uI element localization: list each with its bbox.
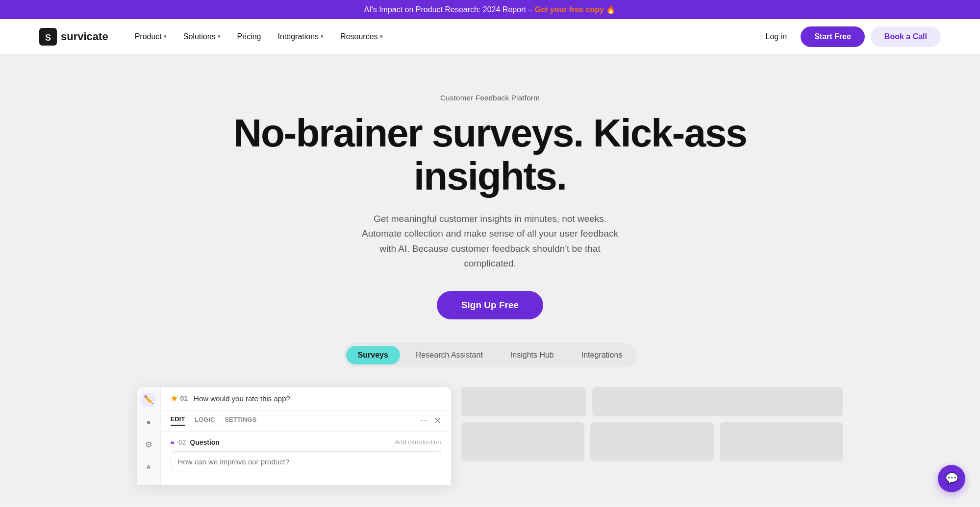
list-icon: ≡ <box>171 438 175 446</box>
navbar: S survicate Product ▾ Solutions ▾ Pricin… <box>0 19 980 54</box>
product-tabs: Surveys Research Assistant Insights Hub … <box>343 343 637 367</box>
question-block-header: ≡ 02 Question Add introduction <box>171 438 441 446</box>
editor-tabs-row: EDIT LOGIC SETTINGS ··· ✕ <box>161 410 451 432</box>
placeholder-block-3 <box>461 422 584 461</box>
question-1-text: How would you rate this app? <box>194 394 290 403</box>
nav-link-pricing[interactable]: Pricing <box>230 28 268 45</box>
placeholder-block-1 <box>461 387 586 416</box>
survey-editor: ✏️ ● ⚙ A ★ 01 How would you rate this ap… <box>137 387 451 485</box>
banner-emoji: 🔥 <box>606 5 616 14</box>
editor-tab-actions: ··· ✕ <box>420 415 441 426</box>
tab-insights-hub[interactable]: Insights Hub <box>499 346 566 364</box>
banner-text: AI's Impact on Product Research: 2024 Re… <box>364 5 535 14</box>
nav-item-pricing[interactable]: Pricing <box>230 28 268 45</box>
tab-logic[interactable]: LOGIC <box>195 416 215 425</box>
placeholder-block-2 <box>592 387 843 416</box>
nav-link-product[interactable]: Product ▾ <box>128 28 174 45</box>
nav-links: Product ▾ Solutions ▾ Pricing Integratio… <box>128 28 390 45</box>
navbar-right: Log in Start Free Book a Call <box>758 26 941 47</box>
chat-icon: 💬 <box>945 472 958 485</box>
placeholder-block-5 <box>720 422 843 461</box>
chat-bubble[interactable]: 💬 <box>938 465 965 492</box>
settings-tool-icon[interactable]: ⚙ <box>142 438 155 452</box>
add-intro-button[interactable]: Add introduction <box>395 438 441 446</box>
placeholder-block-4 <box>590 422 714 461</box>
close-icon[interactable]: ✕ <box>434 415 441 426</box>
tab-surveys[interactable]: Surveys <box>346 346 400 364</box>
edit-tool-icon[interactable]: ✏️ <box>142 393 155 407</box>
chevron-down-icon: ▾ <box>218 33 221 40</box>
question-block-label: ≡ 02 Question <box>171 438 220 446</box>
svg-text:S: S <box>45 33 51 43</box>
question-1-num: ★ 01 <box>171 394 188 403</box>
hero-label: Customer Feedback Platform <box>440 94 540 102</box>
navbar-left: S survicate Product ▾ Solutions ▾ Pricin… <box>39 28 390 46</box>
logo-text: survicate <box>61 30 108 43</box>
tab-integrations[interactable]: Integrations <box>570 346 634 364</box>
question-2-block: ≡ 02 Question Add introduction <box>161 432 451 479</box>
translate-tool-icon[interactable]: A <box>142 460 155 474</box>
nav-link-resources[interactable]: Resources ▾ <box>333 28 389 45</box>
hero-section: Customer Feedback Platform No-brainer su… <box>0 54 980 505</box>
q-num: 02 <box>178 438 186 446</box>
right-placeholder <box>451 387 843 485</box>
nav-item-resources[interactable]: Resources ▾ <box>333 28 389 45</box>
editor-main: ★ 01 How would you rate this app? EDIT L… <box>161 387 451 485</box>
question-2-input[interactable] <box>171 451 441 472</box>
q-type: Question <box>190 438 220 446</box>
tab-settings[interactable]: SETTINGS <box>225 416 256 425</box>
tab-research-assistant[interactable]: Research Assistant <box>404 346 495 364</box>
book-call-button[interactable]: Book a Call <box>871 26 941 47</box>
signup-button[interactable]: Sign Up Free <box>437 291 543 319</box>
editor-sidebar: ✏️ ● ⚙ A <box>137 387 161 485</box>
hero-subtitle: Get meaningful customer insights in minu… <box>353 212 628 271</box>
placeholder-row-1 <box>461 387 843 416</box>
chevron-down-icon: ▾ <box>321 33 324 40</box>
star-icon: ★ <box>171 394 177 403</box>
banner-cta[interactable]: Get your free copy <box>535 5 604 14</box>
question-1-row: ★ 01 How would you rate this app? <box>161 387 451 410</box>
nav-item-integrations[interactable]: Integrations ▾ <box>271 28 331 45</box>
demo-section: ✏️ ● ⚙ A ★ 01 How would you rate this ap… <box>98 387 882 485</box>
logo[interactable]: S survicate <box>39 28 108 46</box>
more-options-icon[interactable]: ··· <box>420 415 427 426</box>
hero-title: No-brainer surveys. Kick-ass insights. <box>221 112 760 198</box>
top-banner: AI's Impact on Product Research: 2024 Re… <box>0 0 980 19</box>
theme-tool-icon[interactable]: ● <box>142 415 155 429</box>
start-free-button[interactable]: Start Free <box>801 26 865 47</box>
nav-link-solutions[interactable]: Solutions ▾ <box>176 28 227 45</box>
tab-edit[interactable]: EDIT <box>171 415 185 426</box>
nav-item-product[interactable]: Product ▾ <box>128 28 174 45</box>
nav-item-solutions[interactable]: Solutions ▾ <box>176 28 227 45</box>
chevron-down-icon: ▾ <box>164 33 167 40</box>
logo-icon: S <box>39 28 57 46</box>
nav-link-integrations[interactable]: Integrations ▾ <box>271 28 331 45</box>
chevron-down-icon: ▾ <box>380 33 383 40</box>
login-button[interactable]: Log in <box>758 28 795 45</box>
placeholder-row-2 <box>461 422 843 461</box>
